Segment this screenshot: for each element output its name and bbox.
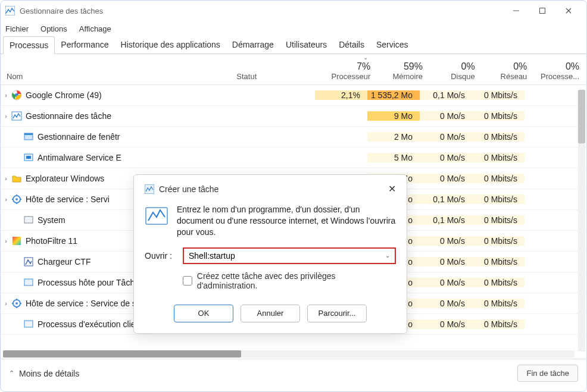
menu-affichage[interactable]: Affichage [79,24,111,33]
net-cell: 0 Mbits/s [472,299,524,308]
disk-cell: 0 Mo/s [420,111,472,121]
process-icon [11,236,22,246]
expand-chevron-icon[interactable]: › [1,92,11,99]
menu-options[interactable]: Options [40,24,67,33]
tab-details[interactable]: Détails [333,36,370,54]
browse-button[interactable]: Parcourir... [307,305,367,322]
end-task-button[interactable]: Fin de tâche [517,365,578,382]
svg-rect-9 [24,133,33,135]
process-name: Gestionnaire des tâche [26,111,111,121]
disk-cell: 0 Mo/s [420,236,472,246]
net-cell: 0 Mbits/s [472,278,524,287]
net-cell: 0 Mbits/s [472,257,524,266]
process-name: Gestionnaire de fenêtr [38,132,120,142]
table-row[interactable]: ›Google Chrome (49)2,1%1 535,2 Mo0,1 Mo/… [1,85,586,106]
process-icon [11,173,22,184]
process-icon [11,194,22,205]
process-icon [11,90,22,101]
table-row[interactable]: Antimalware Service E5 Mo0 Mo/s0 Mbits/s [1,148,586,168]
disk-cell: 0 Mo/s [420,132,472,142]
process-name-cell: Google Chrome (49) [11,90,226,101]
col-disk[interactable]: 0%Disque [430,61,482,81]
table-row[interactable]: ›Gestionnaire des tâche9 Mo0 Mo/s0 Mbits… [1,106,586,127]
process-icon [23,319,34,330]
scrollbar-thumb[interactable] [578,90,585,143]
maximize-button[interactable] [529,2,555,20]
process-name: Antimalware Service E [38,153,121,162]
expand-chevron-icon[interactable]: › [1,196,11,203]
footer: ⌃ Moins de détails Fin de tâche [1,359,586,387]
process-name: Explorateur Windows [26,174,104,183]
disk-cell: 0 Mo/s [420,153,472,162]
vertical-scrollbar[interactable] [578,90,585,352]
net-cell: 0 Mbits/s [472,236,524,246]
col-name[interactable]: Nom [1,72,236,81]
admin-checkbox[interactable] [183,276,192,286]
disk-cell: 0 Mo/s [420,174,472,183]
tab-utilisateurs[interactable]: Utilisateurs [280,36,333,54]
close-button[interactable] [555,2,582,20]
mem-cell: 1 535,2 Mo [367,90,420,100]
open-value: Shell:startup [189,251,235,261]
expand-chevron-icon[interactable]: › [1,300,11,307]
mem-cell: 2 Mo [367,132,420,142]
expand-chevron-icon[interactable]: › [1,175,11,182]
tab-processus[interactable]: Processus [3,36,55,54]
less-details-toggle[interactable]: ⌃ Moins de détails [9,369,79,378]
process-name: System [38,215,65,225]
net-cell: 0 Mbits/s [472,319,524,329]
net-cell: 0 Mbits/s [472,111,524,121]
net-cell: 0 Mbits/s [472,153,524,162]
process-name-cell: Gestionnaire de fenêtr [11,131,226,142]
process-icon [23,277,34,288]
svg-point-13 [15,198,18,200]
tab-historique[interactable]: Historique des applications [115,36,226,54]
expand-chevron-icon[interactable]: › [1,112,11,120]
dialog-close-icon[interactable]: ✕ [388,183,396,195]
horizontal-scrollbar[interactable] [3,350,574,357]
col-gpu[interactable]: 0%Processe... [534,61,586,81]
expand-chevron-icon[interactable]: › [1,237,11,244]
scrollbar-thumb[interactable] [3,350,241,357]
net-cell: 0 Mbits/s [472,215,524,225]
net-cell: 0 Mbits/s [472,195,524,204]
disk-cell: 0,1 Mo/s [420,90,472,100]
window-controls [503,2,582,20]
process-name: Hôte de service : Servi [26,195,110,204]
col-cpu[interactable]: ⌄7%Processeur [326,54,378,81]
tab-services[interactable]: Services [370,36,414,54]
svg-rect-2 [540,8,545,14]
admin-label: Créez cette tâche avec des privilèges d'… [197,271,396,290]
process-icon [23,131,34,142]
ok-button[interactable]: OK [174,305,233,322]
svg-point-23 [15,302,18,305]
svg-rect-11 [26,156,31,159]
process-name-cell: Gestionnaire des tâche [11,111,226,121]
process-icon [23,256,34,267]
dialog-icon [145,184,154,194]
col-mem[interactable]: 59%Mémoire [377,61,430,81]
open-label: Ouvrir : [145,251,177,261]
disk-cell: 0 Mo/s [420,319,472,329]
mem-cell: 9 Mo [367,111,420,121]
table-header: Nom Statut ⌄7%Processeur 59%Mémoire 0%Di… [1,54,586,85]
open-combobox[interactable]: Shell:startup ⌄ [183,247,396,264]
col-net[interactable]: 0%Réseau [482,61,535,81]
process-icon [23,152,34,163]
svg-rect-28 [24,321,33,327]
mem-cell: 5 Mo [367,153,420,162]
window-title: Gestionnaire des tâches [20,7,503,15]
col-status[interactable]: Statut [236,72,325,81]
process-icon [11,298,22,309]
process-name: Google Chrome (49) [26,90,102,100]
tab-demarrage[interactable]: Démarrage [226,36,280,54]
process-name: Chargeur CTF [38,257,90,266]
svg-rect-21 [24,279,33,286]
menu-fichier[interactable]: Fichier [5,24,29,33]
cancel-button[interactable]: Annuler [241,305,300,322]
disk-cell: 0 Mo/s [420,278,472,287]
minimize-button[interactable] [503,2,529,20]
table-row[interactable]: Gestionnaire de fenêtr2 Mo0 Mo/s0 Mbits/… [1,127,586,148]
dialog-title: Créer une tâche [159,184,218,194]
tab-performance[interactable]: Performance [55,36,114,54]
